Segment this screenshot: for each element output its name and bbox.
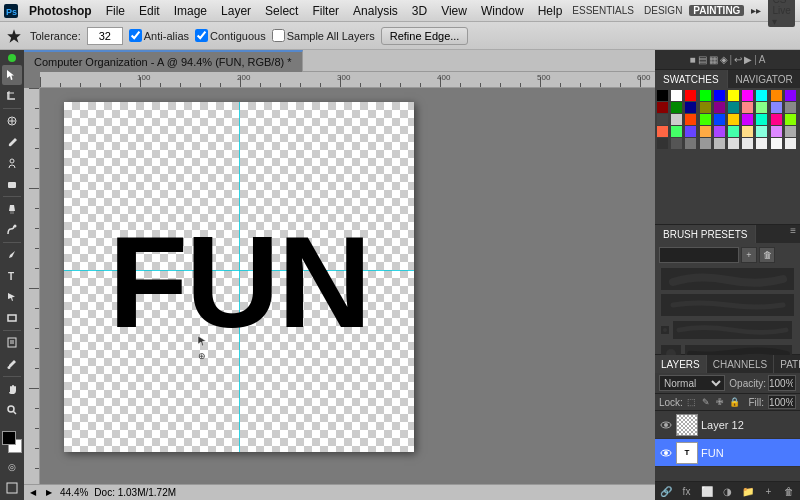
screen-mode-button[interactable] <box>2 478 22 498</box>
pattern-icon[interactable]: ▦ <box>709 54 718 65</box>
layer-new-button[interactable]: + <box>762 484 776 498</box>
workspace-essentials[interactable]: ESSENTIALS <box>569 5 637 16</box>
swatch-#999999[interactable] <box>700 138 711 149</box>
swatch-#ff0000[interactable] <box>685 90 696 101</box>
menu-analysis[interactable]: Analysis <box>346 0 405 22</box>
contiguous-checkbox[interactable] <box>195 29 208 42</box>
pen-tool[interactable] <box>2 245 22 265</box>
type-tool[interactable]: T <box>2 266 22 286</box>
swatch-#8800ff[interactable] <box>785 90 796 101</box>
quick-mask-button[interactable]: ◎ <box>2 457 22 477</box>
swatch-#aaaaaa[interactable] <box>785 126 796 137</box>
brush-stroke-3[interactable] <box>673 321 792 339</box>
swatch-#88ff88[interactable] <box>756 102 767 113</box>
swatch-#00ff00[interactable] <box>700 90 711 101</box>
anti-alias-checkbox[interactable] <box>129 29 142 42</box>
workspace-painting[interactable]: PAINTING <box>689 5 744 16</box>
tab-swatches[interactable]: SWATCHES <box>655 70 728 88</box>
zoom-tool[interactable] <box>2 400 22 420</box>
swatch-#888800[interactable] <box>700 102 711 113</box>
paint-bucket-tool[interactable] <box>2 199 22 219</box>
dodge-tool[interactable] <box>2 220 22 240</box>
swatch-#88ff00[interactable] <box>785 114 796 125</box>
swatch-#eeeeee[interactable] <box>785 138 796 149</box>
menu-filter[interactable]: Filter <box>305 0 346 22</box>
sample-all-checkbox[interactable] <box>272 29 285 42</box>
brush-tool[interactable] <box>2 132 22 152</box>
gradient-icon[interactable]: ▤ <box>698 54 707 65</box>
swatch-#333333[interactable] <box>657 138 668 149</box>
menu-help[interactable]: Help <box>531 0 570 22</box>
swatch-#ff4400[interactable] <box>685 114 696 125</box>
swatch-#00ffcc[interactable] <box>756 114 767 125</box>
history-icon[interactable]: ↩ <box>734 54 742 65</box>
canvas-wrapper[interactable]: 100200300400500600 FUN ⊕ <box>24 72 655 500</box>
swatch-#880000[interactable] <box>657 102 668 113</box>
layer-mask-button[interactable]: ⬜ <box>700 484 714 498</box>
menu-photoshop[interactable]: Photoshop <box>22 0 99 22</box>
notes-tool[interactable] <box>2 333 22 353</box>
swatch-#cccccc[interactable] <box>671 114 682 125</box>
swatch-#880088[interactable] <box>714 102 725 113</box>
lock-transparent-icon[interactable]: ⬚ <box>687 396 697 408</box>
brush-panel-menu-button[interactable]: ≡ <box>786 225 800 243</box>
swatch-#88ffdd[interactable] <box>756 126 767 137</box>
swatch-#f0f0f0[interactable] <box>756 138 767 149</box>
rectangle-tool[interactable] <box>2 308 22 328</box>
swatch-#0000ff[interactable] <box>714 90 725 101</box>
refine-edge-button[interactable]: Refine Edge... <box>381 27 469 45</box>
menu-view[interactable]: View <box>434 0 474 22</box>
foreground-bg-icon[interactable]: ■ <box>690 54 696 65</box>
document-canvas[interactable]: FUN ⊕ <box>64 102 414 452</box>
swatch-#444444[interactable] <box>657 114 668 125</box>
spot-healing-tool[interactable] <box>2 111 22 131</box>
swatch-#ff8800[interactable] <box>771 90 782 101</box>
brush-new-button[interactable]: + <box>741 247 757 263</box>
swatch-#dddddd[interactable] <box>728 138 739 149</box>
character-icon[interactable]: A <box>759 54 766 65</box>
brush-size-input[interactable] <box>659 247 739 263</box>
prev-page-button[interactable]: ◀ <box>28 488 38 498</box>
swatch-#008888[interactable] <box>728 102 739 113</box>
menu-edit[interactable]: Edit <box>132 0 167 22</box>
next-page-button[interactable]: ▶ <box>44 488 54 498</box>
swatch-#ff6644[interactable] <box>657 126 668 137</box>
swatch-#aa44ff[interactable] <box>714 126 725 137</box>
blend-mode-select[interactable]: Normal <box>659 375 725 391</box>
lock-pixels-icon[interactable]: ✎ <box>701 396 711 408</box>
menu-image[interactable]: Image <box>167 0 214 22</box>
layer-visibility-layer12[interactable] <box>659 418 673 432</box>
swatch-#f8f8f8[interactable] <box>771 138 782 149</box>
menu-layer[interactable]: Layer <box>214 0 258 22</box>
foreground-background-colors[interactable] <box>2 431 22 453</box>
swatch-#ffdd88[interactable] <box>742 126 753 137</box>
swatch-#44ff66[interactable] <box>671 126 682 137</box>
swatch-#bbbbbb[interactable] <box>714 138 725 149</box>
style-icon[interactable]: ◈ <box>720 54 728 65</box>
lock-position-icon[interactable]: ✙ <box>715 396 725 408</box>
brush-delete-button[interactable]: 🗑 <box>759 247 775 263</box>
layer-adjustment-button[interactable]: ◑ <box>721 484 735 498</box>
active-document-tab[interactable]: Computer Organization - A @ 94.4% (FUN, … <box>24 50 303 72</box>
swatch-#008800[interactable] <box>671 102 682 113</box>
menu-3d[interactable]: 3D <box>405 0 434 22</box>
tab-layers[interactable]: LAYERS <box>655 355 707 373</box>
swatch-#777777[interactable] <box>685 138 696 149</box>
swatch-#cc00ff[interactable] <box>742 114 753 125</box>
brush-dot-small[interactable] <box>661 326 669 334</box>
opacity-input[interactable] <box>768 375 796 391</box>
swatch-#44ff00[interactable] <box>700 114 711 125</box>
swatch-#ffff00[interactable] <box>728 90 739 101</box>
menu-window[interactable]: Window <box>474 0 531 22</box>
layer-delete-button[interactable]: 🗑 <box>782 484 796 498</box>
swatch-#00ffff[interactable] <box>756 90 767 101</box>
brush-stroke-2[interactable] <box>661 294 794 316</box>
layer-visibility-fun[interactable] <box>659 446 673 460</box>
tab-channels[interactable]: CHANNELS <box>707 355 774 373</box>
eraser-tool[interactable] <box>2 174 22 194</box>
swatch-#0044ff[interactable] <box>714 114 725 125</box>
swatch-#ff8888[interactable] <box>742 102 753 113</box>
crop-tool[interactable] <box>2 86 22 106</box>
fill-input[interactable] <box>768 395 796 409</box>
menu-file[interactable]: File <box>99 0 132 22</box>
